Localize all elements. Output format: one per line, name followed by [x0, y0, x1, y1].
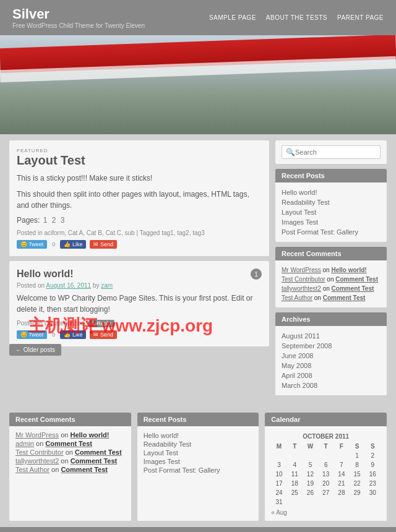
calendar-day-link[interactable]: 17 [275, 480, 282, 487]
calendar-table: MTWTFSS123456789101112131415161718192021… [271, 442, 381, 507]
calendar-day-link[interactable]: 14 [338, 471, 345, 478]
recent-comment-item: Mr WordPress on Hello world! [282, 265, 381, 275]
calendar-day-link[interactable]: 5 [309, 461, 312, 468]
footer-commented-post-link[interactable]: Hello world! [70, 431, 109, 439]
page-1-link[interactable]: 1 [43, 216, 48, 225]
calendar-day-link[interactable]: 15 [354, 471, 361, 478]
nav-item[interactable]: ABOUT THE TESTS [266, 14, 327, 21]
calendar-day-link[interactable]: 18 [291, 480, 298, 487]
recent-post-link[interactable]: Hello world! [282, 189, 317, 196]
footer-commenter-link[interactable]: Test Contributor [15, 448, 64, 456]
calendar-month-year: OCTOBER 2011 [271, 431, 381, 442]
archive-link[interactable]: August 2011 [282, 332, 320, 340]
calendar-day-link[interactable]: 20 [322, 480, 329, 487]
commenter-link[interactable]: Test Contributor [282, 276, 325, 283]
footer-commented-post-link[interactable]: Comment Test [71, 457, 118, 465]
calendar-day-link[interactable]: 6 [324, 461, 328, 468]
calendar-day-link[interactable]: 8 [355, 461, 359, 468]
reply-badge[interactable]: 1 Reply [88, 320, 115, 327]
tweet-button[interactable]: 😊 Tweet [17, 240, 47, 249]
calendar-prev-link[interactable]: « Aug [271, 509, 287, 516]
search-box[interactable]: 🔍 [282, 145, 381, 159]
send-button[interactable]: ✉ Send [90, 330, 117, 339]
calendar-day-cell [287, 451, 303, 460]
calendar-day-link[interactable]: 24 [275, 489, 282, 496]
calendar-day-cell [350, 497, 365, 507]
archive-link[interactable]: March 2008 [282, 382, 317, 389]
commenter-link[interactable]: Test Author [282, 294, 312, 301]
post-date-meta: Posted on August 16, 2011 by zam [17, 282, 262, 289]
calendar-day-link[interactable]: 1 [355, 452, 359, 459]
recent-post-link[interactable]: Layout Test [282, 208, 316, 216]
site-title-group: Silver Free WordPress Child Theme for Tw… [12, 6, 145, 29]
send-button[interactable]: ✉ Send [90, 240, 117, 249]
search-widget: 🔍 [275, 140, 387, 164]
recent-post-link[interactable]: Post Format Test: Gallery [282, 228, 358, 236]
archive-link[interactable]: June 2008 [282, 352, 313, 359]
commenter-link[interactable]: Mr WordPress [282, 267, 321, 273]
calendar-week-row: 12 [271, 451, 381, 460]
calendar-day-link[interactable]: 19 [307, 480, 314, 487]
calendar-day-link[interactable]: 4 [293, 461, 296, 468]
footer-commented-post-link[interactable]: Comment Test [45, 440, 92, 447]
calendar-day-link[interactable]: 21 [338, 480, 345, 487]
calendar-day-link[interactable]: 2 [371, 452, 375, 459]
commented-post-link[interactable]: Hello world! [331, 267, 366, 273]
footer-recent-post-link[interactable]: Readability Test [144, 440, 191, 448]
calendar-day-link[interactable]: 13 [322, 471, 329, 478]
recent-post-link[interactable]: Images Test [282, 218, 318, 226]
archive-link[interactable]: May 2008 [282, 362, 311, 369]
footer-recent-posts-list: Hello world!Readability TestLayout TestI… [144, 431, 253, 474]
commented-post-link[interactable]: Comment Test [323, 294, 366, 301]
nav-item[interactable]: SAMPLE PAGE [209, 14, 256, 21]
calendar-day-link[interactable]: 30 [369, 489, 376, 496]
footer-recent-post-link[interactable]: Images Test [144, 458, 180, 465]
footer-comment-item: admin on Comment Test [15, 440, 125, 447]
calendar-day-link[interactable]: 3 [277, 461, 281, 468]
footer-recent-post-link[interactable]: Hello world! [144, 432, 179, 439]
post-date-link[interactable]: August 16, 2011 [46, 282, 91, 289]
calendar-day-link[interactable]: 23 [369, 480, 376, 487]
calendar-day-link[interactable]: 26 [307, 489, 314, 496]
tweet-button[interactable]: 😊 Tweet [17, 330, 47, 339]
calendar-day-link[interactable]: 9 [371, 461, 375, 468]
footer-recent-post-link[interactable]: Layout Test [144, 449, 178, 457]
calendar-day-link[interactable]: 25 [291, 489, 298, 496]
calendar-day-link[interactable]: 31 [275, 499, 282, 505]
like-button[interactable]: 👍 Like [60, 330, 86, 339]
commented-post-link[interactable]: Comment Test [332, 285, 374, 292]
calendar-day-link[interactable]: 22 [354, 480, 361, 487]
commented-post-link[interactable]: Comment Test [335, 276, 378, 283]
post-author-link[interactable]: zam [101, 282, 113, 289]
footer-commented-post-link[interactable]: Comment Test [75, 448, 122, 456]
footer-commenter-link[interactable]: Mr WordPress [15, 431, 59, 439]
footer-commented-post-link[interactable]: Comment Test [61, 466, 108, 473]
calendar-day-link[interactable]: 12 [307, 471, 314, 478]
calendar-header-cell: T [318, 442, 334, 451]
recent-post-link[interactable]: Readability Test [282, 199, 329, 206]
calendar-day-link[interactable]: 10 [275, 471, 282, 478]
calendar-day-link[interactable]: 29 [354, 489, 361, 496]
commenter-link[interactable]: tallyworthtest2 [282, 285, 321, 292]
archive-link[interactable]: April 2008 [282, 372, 312, 379]
calendar-day-link[interactable]: 27 [322, 489, 329, 496]
commented-post-title: Comment Test [332, 285, 374, 292]
like-button[interactable]: 👍 Like [60, 240, 86, 249]
nav-item[interactable]: PARENT PAGE [337, 14, 384, 21]
older-posts-button[interactable]: ← Older posts [9, 344, 61, 356]
page-2-link[interactable]: 2 [52, 216, 56, 225]
search-input[interactable] [295, 148, 381, 156]
page-3-link[interactable]: 3 [61, 216, 65, 225]
footer-recent-post-link[interactable]: Post Format Test: Gallery [144, 466, 220, 474]
footer-commenter-link[interactable]: tallyworthtest2 [15, 457, 59, 465]
calendar-day-link[interactable]: 16 [369, 471, 376, 478]
list-item: March 2008 [282, 380, 381, 390]
calendar-day-cell [318, 451, 334, 460]
footer-commenter-link[interactable]: admin [15, 440, 34, 447]
list-item: June 2008 [282, 351, 381, 361]
archive-link[interactable]: September 2008 [282, 342, 332, 350]
footer-commenter-link[interactable]: Test Author [15, 466, 50, 473]
calendar-day-link[interactable]: 28 [338, 489, 345, 496]
calendar-day-link[interactable]: 7 [340, 461, 343, 468]
calendar-day-link[interactable]: 11 [291, 471, 298, 478]
